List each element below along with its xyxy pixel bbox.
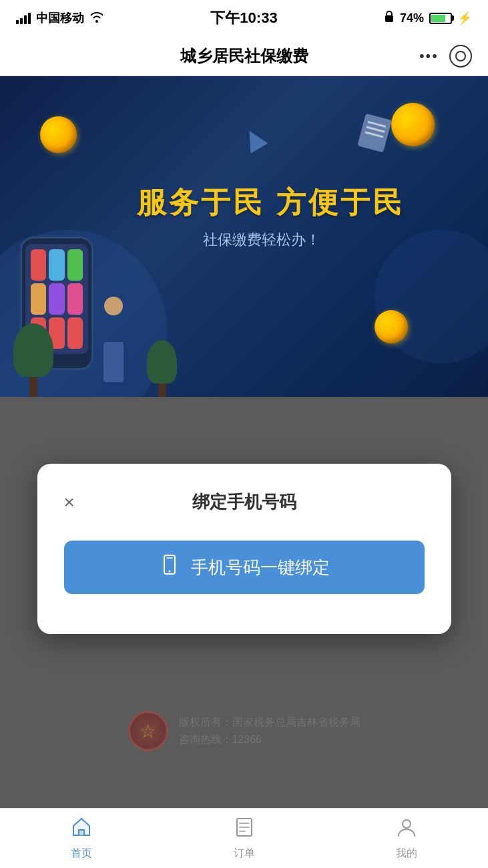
coin-decoration-3	[375, 310, 408, 343]
battery-icon	[429, 13, 452, 24]
svg-point-2	[168, 571, 170, 573]
more-button[interactable]: •••	[419, 47, 439, 65]
charging-icon: ⚡	[457, 11, 472, 25]
status-left: 中国移动	[16, 10, 104, 26]
status-time: 下午10:33	[210, 8, 277, 28]
carrier-label: 中国移动	[36, 10, 84, 26]
tab-order-label: 订单	[234, 847, 255, 861]
wifi-icon	[89, 11, 104, 26]
page-title: 城乡居民社保缴费	[180, 45, 308, 67]
doc-decoration	[357, 114, 392, 153]
modal-close-button[interactable]: ×	[64, 493, 75, 512]
modal-title: 绑定手机号码	[192, 490, 296, 514]
tab-profile[interactable]: 我的	[325, 816, 488, 861]
svg-point-9	[403, 820, 411, 828]
order-icon	[233, 816, 256, 844]
battery-percent: 74%	[400, 11, 424, 25]
profile-icon	[395, 816, 418, 844]
lock-icon	[384, 11, 395, 25]
nav-bar: 城乡居民社保缴费 •••	[0, 36, 488, 76]
hero-banner: 服务于民 方便于民 社保缴费轻松办！	[0, 76, 488, 397]
tab-order[interactable]: 订单	[163, 816, 326, 861]
svg-rect-0	[385, 15, 393, 22]
bg-decoration-2	[375, 230, 488, 364]
tree-decoration-2	[147, 340, 177, 397]
bind-button-label: 手机号码一键绑定	[191, 556, 330, 579]
scan-icon	[455, 51, 466, 61]
tab-home-label: 首页	[71, 847, 92, 861]
phone-icon	[159, 554, 180, 581]
tree-decoration-1	[13, 323, 53, 397]
coin-decoration-1	[40, 116, 77, 153]
home-icon	[70, 816, 93, 844]
plane-decoration	[240, 126, 268, 154]
status-bar: 中国移动 下午10:33 74% ⚡	[0, 0, 488, 36]
scan-button[interactable]	[449, 45, 472, 67]
nav-actions: •••	[419, 45, 472, 67]
tab-profile-label: 我的	[396, 847, 417, 861]
status-right: 74% ⚡	[384, 11, 472, 25]
one-click-bind-button[interactable]: 手机号码一键绑定	[64, 541, 425, 594]
bind-phone-modal: × 绑定手机号码 手机号码一键绑定	[37, 464, 451, 634]
coin-decoration-2	[391, 103, 435, 146]
modal-header: × 绑定手机号码	[64, 490, 425, 514]
tab-home[interactable]: 首页	[0, 816, 163, 861]
main-content: × 绑定手机号码 手机号码一键绑定 ☆ 版权所有：国家税务总局吉林省税务局 咨询…	[0, 397, 488, 831]
svg-rect-4	[79, 830, 84, 835]
banner-main-text: 服务于民 方便于民	[137, 183, 404, 223]
signal-icon	[16, 12, 31, 24]
tab-bar: 首页 订单 我的	[0, 808, 488, 868]
banner-sub-text: 社保缴费轻松办！	[203, 230, 320, 250]
person-illustration	[93, 297, 134, 390]
